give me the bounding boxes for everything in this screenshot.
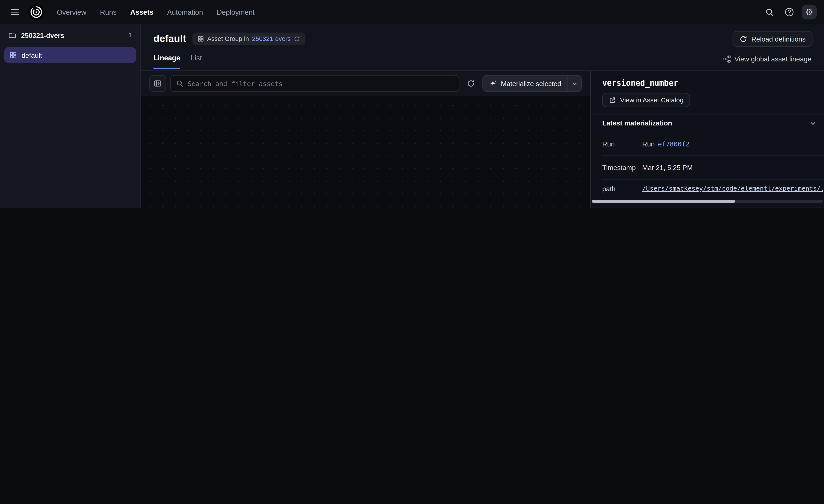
asset-title: versioned_number (591, 71, 824, 88)
refresh-graph-button[interactable] (463, 76, 478, 91)
content: Materialize selected versioned_number No… (141, 71, 824, 208)
sidebar-group-row[interactable]: 250321-dvers 1 (0, 24, 140, 46)
path-link[interactable]: /Users/smackesey/stm/code/elementl/exper… (642, 185, 823, 192)
help-button[interactable] (782, 5, 797, 19)
menu-button[interactable] (7, 5, 22, 19)
asset-group-icon (198, 36, 204, 42)
catalog-button-label: View in Asset Catalog (620, 96, 684, 104)
asset-group-icon (9, 51, 17, 59)
lineage-graph-icon (723, 55, 731, 63)
sparkle-icon (489, 80, 497, 87)
tabs: Lineage List View global asset lineage (141, 48, 824, 69)
table-row: Timestamp Mar 21, 5:25 PM (602, 155, 824, 179)
panel-toggle-icon (153, 80, 162, 88)
settings-button[interactable]: ⚙ (802, 5, 817, 19)
materialize-label: Materialize selected (501, 80, 561, 87)
global-search-button[interactable] (762, 5, 777, 19)
refresh-icon[interactable] (294, 36, 300, 42)
sidebar-group-name: 250321-dvers (21, 31, 64, 39)
search-icon (176, 80, 183, 87)
canvas-toolbar: Materialize selected (141, 71, 590, 96)
timestamp-value: Mar 21, 5:25 PM (642, 163, 823, 171)
table-row: Run Run ef7800f2 (602, 132, 824, 155)
lineage-graph[interactable]: versioned_number No description Material… (141, 96, 590, 208)
external-link-icon (609, 96, 616, 104)
reload-icon (739, 35, 747, 43)
materialize-dropdown-button[interactable] (568, 76, 581, 92)
materialize-button[interactable]: Materialize selected (483, 76, 568, 92)
run-id-link[interactable]: ef7800f2 (658, 140, 690, 148)
top-nav-actions: ⚙ (762, 5, 817, 19)
scrollbar-thumb[interactable] (592, 200, 735, 203)
refresh-icon (467, 80, 475, 88)
search-icon (765, 8, 774, 16)
sidebar-group-count: 1 (128, 31, 132, 39)
reload-definitions-button[interactable]: Reload definitions (732, 31, 813, 47)
primary-nav: Overview Runs Assets Automation Deployme… (57, 6, 254, 18)
help-icon (785, 7, 794, 17)
asset-search[interactable] (170, 75, 459, 92)
reload-label: Reload definitions (751, 35, 806, 43)
expand-panel-button[interactable] (149, 75, 166, 92)
badge-prefix: Asset Group in (207, 35, 249, 43)
latest-materialization-table: Run Run ef7800f2 Timestamp Mar 21, 5:25 … (591, 132, 824, 197)
sidebar: 250321-dvers 1 default 250321-dvers (0, 24, 141, 208)
page-title: default (153, 33, 186, 44)
page-header: default Asset Group in 250321-dvers Relo… (141, 24, 824, 71)
section-latest-materialization: Latest materialization Run Run ef7800f2 … (591, 114, 824, 203)
nav-automation[interactable]: Automation (167, 6, 203, 18)
gear-icon: ⚙ (805, 8, 813, 16)
asset-details-panel: versioned_number View in Asset Catalog L… (590, 71, 824, 208)
nav-assets[interactable]: Assets (130, 6, 153, 18)
asset-group-badge: Asset Group in 250321-dvers (193, 32, 305, 45)
timestamp-label: Timestamp (602, 163, 642, 171)
sidebar-item-label: default (22, 51, 42, 59)
tab-lineage[interactable]: Lineage (153, 54, 180, 69)
sidebar-item-default[interactable]: default (4, 47, 136, 63)
app-root: Overview Runs Assets Automation Deployme… (0, 0, 824, 208)
run-prefix: Run (642, 140, 655, 148)
badge-group-link[interactable]: 250321-dvers (252, 35, 291, 43)
nav-overview[interactable]: Overview (57, 6, 86, 18)
dagster-logo[interactable] (28, 4, 44, 20)
tab-list[interactable]: List (191, 54, 202, 69)
top-nav: Overview Runs Assets Automation Deployme… (0, 0, 824, 24)
chevron-down-icon (572, 81, 578, 87)
asset-search-input[interactable] (188, 80, 453, 87)
dagster-logo-icon (30, 6, 42, 18)
section-materialization-tags: Materialization tags code_version v4 dat… (591, 207, 824, 208)
nav-runs[interactable]: Runs (100, 6, 116, 18)
view-in-catalog-button[interactable]: View in Asset Catalog (602, 93, 690, 107)
horizontal-scrollbar[interactable] (592, 200, 823, 203)
run-label: Run (602, 140, 642, 148)
table-row: path /Users/smackesey/stm/code/elementl/… (602, 179, 824, 198)
lineage-canvas: Materialize selected versioned_number No… (141, 71, 590, 208)
chevron-down-icon (810, 120, 816, 126)
hamburger-icon (10, 7, 19, 17)
view-global-lineage-link[interactable]: View global asset lineage (723, 55, 811, 69)
path-label: path (602, 184, 642, 192)
materialize-split-button: Materialize selected (483, 75, 582, 92)
nav-deployment[interactable]: Deployment (217, 6, 254, 18)
section-title: Latest materialization (602, 119, 672, 127)
folder-icon (8, 31, 16, 39)
section-latest-header[interactable]: Latest materialization (591, 114, 824, 132)
